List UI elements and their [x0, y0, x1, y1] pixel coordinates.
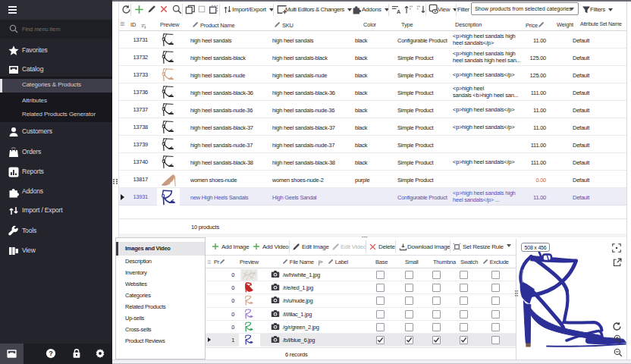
svg-text:?: ?	[49, 350, 53, 357]
svg-text:A: A	[397, 8, 400, 14]
